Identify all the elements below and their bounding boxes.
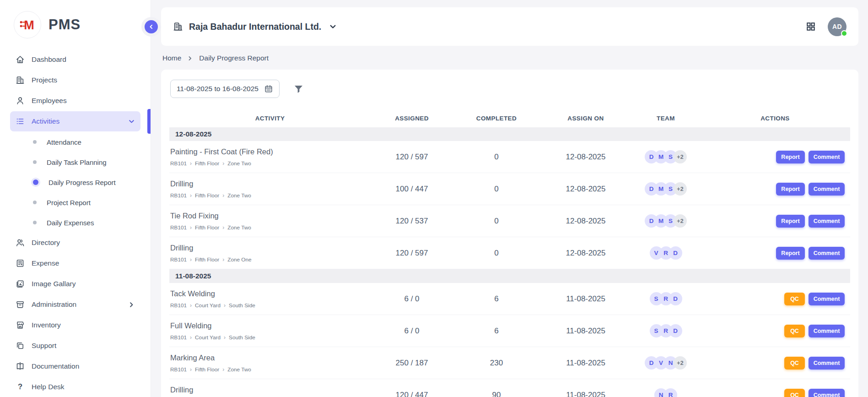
assign-on-date: 11-08-2025 [540, 359, 631, 368]
apps-grid-icon[interactable] [806, 22, 816, 32]
qc-button[interactable]: QC [784, 357, 805, 370]
assign-on-date: 12-08-2025 [540, 249, 631, 258]
report-button[interactable]: Report [776, 247, 805, 260]
activity-location-path: RB101›Fifth Floor›Zone Two [170, 366, 371, 373]
comment-button[interactable]: Comment [809, 357, 845, 370]
team-member-avatar[interactable]: D [669, 246, 682, 260]
sidebar-item-dashboard[interactable]: Dashboard [10, 49, 140, 70]
qc-button[interactable]: QC [784, 325, 805, 337]
assigned-value: 6 / 0 [371, 294, 453, 304]
chevron-right-icon: › [222, 160, 224, 167]
chevron-right-icon: › [190, 302, 192, 309]
breadcrumb-current: Daily Progress Report [199, 54, 269, 62]
receipt-icon [16, 259, 25, 268]
sidebar-subitem-daily-task-planning[interactable]: Daily Task Planning [0, 152, 151, 172]
sidebar-item-image-gallary[interactable]: Image Gallary [10, 274, 140, 294]
sidebar-item-directory[interactable]: Directory [10, 233, 140, 253]
bullet-dot-icon [33, 179, 38, 185]
sidebar-item-label: Dashboard [32, 55, 66, 64]
report-button[interactable]: Report [776, 215, 805, 228]
row-actions: ReportComment [700, 247, 850, 260]
breadcrumb: Home Daily Progress Report [162, 54, 269, 62]
table-row: Painting - First Coat (Fire Red) RB101›F… [169, 141, 850, 173]
chevron-right-icon [128, 301, 135, 308]
svg-text:?: ? [18, 382, 22, 391]
comment-button[interactable]: Comment [809, 293, 845, 305]
sidebar-subitem-project-report[interactable]: Project Report [0, 192, 151, 212]
filter-button[interactable] [293, 84, 304, 94]
sidebar-item-label: Support [32, 342, 56, 350]
date-range-input[interactable]: 11-08-2025 to 16-08-2025 [170, 80, 280, 98]
filter-row: 11-08-2025 to 16-08-2025 [169, 80, 850, 98]
table-header-row: ACTIVITYASSIGNEDCOMPLETEDASSIGN ONTEAMAC… [169, 109, 850, 127]
daily-progress-report-panel: 11-08-2025 to 16-08-2025 ACTIVITYASSIGNE… [161, 70, 858, 397]
location-path-segment: Zone Two [227, 224, 251, 231]
person-icon [16, 96, 25, 105]
sidebar-item-administration[interactable]: Administration [10, 294, 140, 315]
activity-title: Tie Rod Fixing [170, 212, 371, 220]
table-row: Tack Welding RB101›Court Yard›South Side… [169, 283, 850, 315]
comment-button[interactable]: Comment [809, 151, 845, 163]
sidebar-item-label: Image Gallary [32, 280, 75, 288]
table-row: Tie Rod Fixing RB101›Fifth Floor›Zone Tw… [169, 205, 850, 237]
sidebar-item-inventory[interactable]: Inventory [10, 315, 140, 335]
chevron-right-icon: › [190, 366, 192, 373]
sidebar-item-expense[interactable]: Expense [10, 253, 140, 273]
comment-button[interactable]: Comment [809, 183, 845, 196]
assigned-value: 120 / 537 [371, 217, 453, 226]
location-path-segment: South Side [229, 334, 255, 341]
comment-button[interactable]: Comment [809, 389, 845, 397]
activity-title: Marking Area [170, 353, 371, 362]
company-selector[interactable]: Raja Bahadur International Ltd. [173, 22, 337, 32]
sidebar-subitem-daily-progress-report[interactable]: Daily Progress Report [0, 172, 151, 192]
bullet-dot-icon [33, 160, 37, 164]
qc-button[interactable]: QC [784, 389, 805, 397]
calendar-icon [264, 84, 273, 93]
sidebar-subitem-daily-expenses[interactable]: Daily Expenses [0, 212, 151, 233]
assigned-value: 120 / 447 [371, 391, 453, 397]
chevron-right-icon: › [222, 256, 224, 263]
comment-button[interactable]: Comment [809, 325, 845, 337]
team-more-badge[interactable]: +2 [674, 214, 687, 228]
app-title: PMS [49, 16, 81, 33]
user-avatar[interactable]: AD [828, 17, 846, 36]
column-header-activity: ACTIVITY [169, 115, 371, 122]
comment-button[interactable]: Comment [809, 247, 845, 260]
team-more-badge[interactable]: +2 [674, 150, 687, 163]
activity-title: Painting - First Coat (Fire Red) [170, 147, 371, 156]
team-more-badge[interactable]: +2 [674, 356, 687, 370]
sidebar-item-label: Help Desk [32, 383, 65, 391]
sidebar-item-employees[interactable]: Employees [10, 91, 140, 111]
report-button[interactable]: Report [776, 151, 805, 163]
sidebar-item-support[interactable]: Support [10, 336, 140, 356]
funnel-icon [293, 84, 304, 94]
row-actions: QCComment [700, 389, 850, 397]
chevron-right-icon: › [222, 192, 224, 199]
team-member-avatar[interactable]: R [664, 388, 677, 397]
people-icon [16, 238, 25, 247]
sidebar-item-activities[interactable]: Activities [10, 111, 140, 131]
activity-title: Full Welding [170, 321, 371, 330]
table-row: Marking Area RB101›Fifth Floor›Zone Two … [169, 347, 850, 379]
breadcrumb-home[interactable]: Home [162, 54, 181, 62]
activity-cell: Drilling RB101›Fifth Floor›Zone Two [169, 386, 371, 397]
column-header-team: TEAM [631, 115, 700, 122]
team-member-avatar[interactable]: D [669, 324, 682, 337]
location-path-segment: South Side [229, 302, 255, 309]
sidebar-collapse-button[interactable] [145, 20, 158, 33]
sidebar-subitem-label: Daily Progress Report [49, 179, 116, 186]
team-more-badge[interactable]: +2 [674, 182, 687, 196]
group-date-label: 11-08-2025 [175, 272, 211, 280]
assigned-value: 120 / 597 [371, 249, 453, 258]
comment-button[interactable]: Comment [809, 215, 845, 228]
svg-text:M: M [24, 18, 34, 32]
report-button[interactable]: Report [776, 183, 805, 196]
sidebar-item-help-desk[interactable]: ?Help Desk [10, 377, 140, 397]
chevron-right-icon: › [224, 334, 226, 341]
sidebar-item-documentation[interactable]: Documentation [10, 356, 140, 376]
sidebar-item-projects[interactable]: Projects [10, 70, 140, 90]
sidebar-subitem-attendance[interactable]: Attendance [0, 132, 151, 152]
team-member-avatar[interactable]: D [669, 292, 682, 305]
assigned-value: 100 / 447 [371, 185, 453, 194]
qc-button[interactable]: QC [784, 293, 805, 305]
